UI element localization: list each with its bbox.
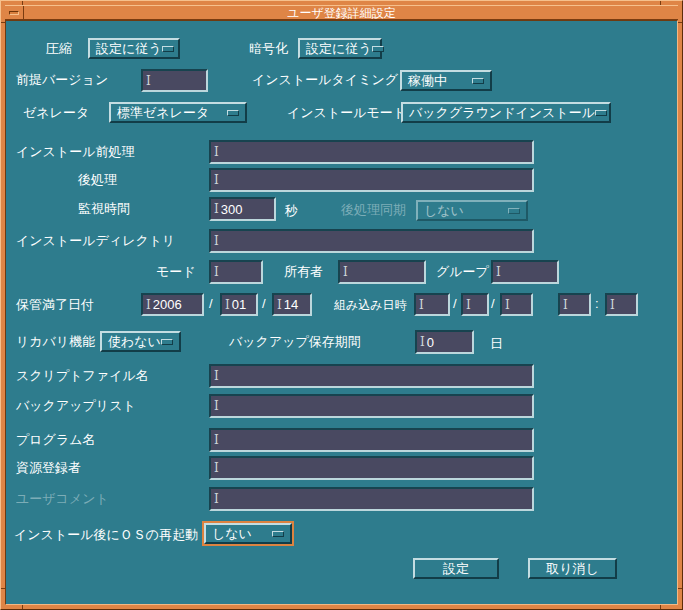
user-comment-label: ユーザコメント [16, 492, 109, 506]
watch-time-unit-label: 秒 [285, 204, 298, 218]
titlebar[interactable]: ユーザ登録詳細設定 [5, 5, 678, 20]
install-datetime-minute-input[interactable] [605, 293, 638, 316]
option-menu-indicator-icon [372, 46, 384, 52]
backup-keep-unit-label: 日 [490, 337, 503, 351]
program-name-label: プログラム名 [16, 433, 96, 447]
pre-process-input[interactable] [209, 140, 534, 164]
registrant-input[interactable] [209, 456, 534, 480]
option-menu-indicator-icon [595, 110, 607, 116]
storage-expiry-month-value: 01 [232, 297, 246, 312]
install-dir-label: インストールディレクトリ [16, 234, 175, 248]
window-menu-dash-icon [9, 11, 19, 15]
post-process-label: 後処理 [78, 173, 117, 187]
option-menu-indicator-icon [472, 78, 484, 84]
recovery-value: 使わない [108, 333, 161, 351]
date-separator: / [209, 297, 213, 311]
program-name-input[interactable] [209, 428, 534, 452]
install-mode-value: バックグラウンドインストール [409, 104, 595, 122]
registrant-label: 資源登録者 [16, 461, 81, 475]
encryption-value: 設定に従う [306, 40, 372, 58]
os-restart-select[interactable]: しない [204, 523, 292, 544]
os-restart-value: しない [212, 525, 252, 543]
mode-label: モード [156, 265, 196, 279]
date-separator: / [491, 297, 495, 311]
option-menu-indicator-icon [161, 339, 173, 345]
storage-expiry-month-input[interactable]: 01 [220, 293, 258, 316]
post-sync-select: しない [416, 200, 528, 221]
window-title: ユーザ登録詳細設定 [25, 6, 658, 20]
compression-select[interactable]: 設定に従う [88, 38, 180, 59]
storage-expiry-year-input[interactable]: 2006 [141, 293, 204, 316]
storage-expiry-label: 保管満了日付 [16, 298, 94, 312]
encryption-select[interactable]: 設定に従う [298, 38, 382, 59]
install-dir-input[interactable] [209, 229, 534, 253]
owner-label: 所有者 [284, 265, 323, 279]
backup-keep-value: 0 [427, 335, 434, 350]
install-datetime-day-input[interactable] [500, 293, 533, 316]
group-label: グループ [436, 265, 489, 279]
window-menu-button[interactable] [5, 6, 24, 20]
frame-separator [22, 605, 23, 609]
option-menu-indicator-icon [162, 46, 174, 52]
generator-label: ゼネレータ [23, 106, 89, 120]
time-separator: : [595, 297, 599, 311]
script-file-input[interactable] [209, 364, 534, 388]
option-menu-indicator-icon [272, 531, 284, 537]
prereq-version-label: 前提バージョン [16, 73, 108, 87]
storage-expiry-year-value: 2006 [153, 297, 182, 312]
post-sync-value: しない [424, 202, 464, 220]
backup-keep-label: バックアップ保存期間 [229, 335, 361, 349]
install-timing-label: インストールタイミング [252, 73, 398, 87]
frame-separator [660, 605, 661, 609]
option-menu-indicator-icon [508, 208, 520, 214]
mode-input[interactable] [209, 260, 263, 284]
os-restart-label: インストール後にＯＳの再起動 [14, 528, 198, 542]
frame-separator [678, 588, 682, 589]
watch-time-value: 300 [221, 202, 243, 217]
option-menu-indicator-icon [227, 110, 239, 116]
generator-select[interactable]: 標準ゼネレータ [109, 102, 247, 123]
install-datetime-month-input[interactable] [461, 293, 489, 316]
install-timing-value: 稼働中 [408, 72, 447, 90]
pre-process-label: インストール前処理 [16, 145, 135, 159]
encryption-label: 暗号化 [249, 42, 288, 56]
cancel-button[interactable]: 取り消し [528, 558, 617, 579]
recovery-label: リカバリ機能 [16, 335, 95, 349]
frame-separator [678, 22, 682, 23]
cancel-button-label: 取り消し [546, 560, 599, 578]
install-datetime-hour-input[interactable] [558, 293, 591, 316]
group-input[interactable] [491, 260, 559, 284]
install-timing-select[interactable]: 稼働中 [400, 70, 492, 91]
storage-expiry-day-value: 14 [284, 297, 298, 312]
post-sync-label: 後処理同期 [341, 203, 406, 217]
prereq-version-input[interactable] [141, 69, 208, 92]
backup-keep-input[interactable]: 0 [415, 330, 474, 354]
backup-list-label: バックアップリスト [16, 399, 136, 413]
install-datetime-year-input[interactable] [414, 293, 450, 316]
post-process-input[interactable] [209, 168, 534, 192]
generator-value: 標準ゼネレータ [117, 104, 209, 122]
dialog-window: ユーザ登録詳細設定 圧縮 設定に従う 暗号化 設定に従う 前提バージョン インス… [0, 0, 683, 610]
install-datetime-label: 組み込み日時 [334, 298, 407, 312]
recovery-select[interactable]: 使わない [100, 331, 181, 352]
date-separator: / [453, 297, 457, 311]
owner-input[interactable] [338, 260, 426, 284]
set-button-label: 設定 [443, 560, 469, 578]
user-comment-input[interactable] [209, 487, 534, 511]
watch-time-label: 監視時間 [78, 202, 130, 216]
install-mode-label: インストールモード [287, 106, 406, 120]
install-mode-select[interactable]: バックグラウンドインストール [401, 102, 611, 123]
watch-time-input[interactable]: 300 [209, 197, 276, 221]
storage-expiry-day-input[interactable]: 14 [272, 293, 312, 316]
set-button[interactable]: 設定 [413, 558, 499, 579]
compression-value: 設定に従う [96, 40, 162, 58]
backup-list-input[interactable] [209, 394, 534, 418]
compression-label: 圧縮 [46, 42, 72, 56]
script-file-label: スクリプトファイル名 [16, 369, 149, 383]
date-separator: / [262, 297, 266, 311]
